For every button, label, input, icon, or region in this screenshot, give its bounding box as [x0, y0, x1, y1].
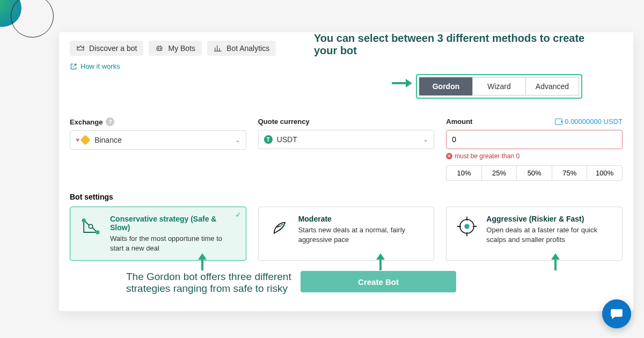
strategy-title: Moderate: [298, 215, 426, 223]
conservative-icon: [79, 215, 103, 238]
annotation-arrow-up-icon: [553, 253, 558, 269]
create-bot-button[interactable]: Create Bot: [301, 271, 456, 292]
exchange-select[interactable]: ♥ Binance ⌄: [70, 130, 246, 150]
annotation-arrow-up-icon: [200, 253, 205, 269]
chat-icon: [610, 307, 624, 321]
strategy-desc: Waits for the most opportune time to sta…: [110, 234, 237, 253]
exchange-label: Exchange ?: [70, 117, 246, 126]
annotation-arrow-right-icon: [392, 80, 412, 86]
bot-settings-heading: Bot settings: [70, 193, 623, 201]
segment-gordon[interactable]: Gordon: [419, 77, 473, 95]
error-icon: ✕: [446, 153, 452, 159]
svg-point-6: [281, 224, 283, 226]
binance-icon: [80, 135, 91, 145]
field-exchange: Exchange ? ♥ Binance ⌄: [70, 117, 246, 181]
wallet-icon: [555, 119, 562, 125]
how-it-works-label: How it works: [80, 62, 120, 70]
balance-display[interactable]: 0.00000000 USDT: [555, 117, 623, 126]
chat-fab[interactable]: [602, 299, 631, 328]
decor-circle: [11, 0, 54, 38]
external-link-icon: [70, 63, 77, 70]
amount-label: Amount: [446, 117, 472, 126]
nav-discover-bot[interactable]: Discover a bot: [70, 41, 143, 56]
amount-input[interactable]: [452, 135, 617, 144]
pct-75[interactable]: 75%: [552, 165, 588, 181]
pct-50[interactable]: 50%: [516, 165, 552, 181]
callout-strategies: The Gordon bot offers three different st…: [126, 271, 330, 295]
callout-methods: You can select between 3 different metho…: [314, 32, 590, 57]
chevron-down-icon: ⌄: [235, 136, 240, 144]
strategy-title: Conservative strategy (Safe & Slow): [110, 215, 237, 232]
chevron-down-icon: ⌄: [423, 136, 428, 143]
svg-point-1: [158, 48, 159, 49]
segment-wizard[interactable]: Wizard: [472, 77, 526, 95]
chart-icon: [214, 44, 222, 53]
usdt-icon: T: [264, 135, 273, 144]
nav-analytics-label: Bot Analytics: [226, 44, 269, 53]
strategy-desc: Starts new deals at a normal, fairly agg…: [298, 225, 426, 244]
amount-error: ✕ must be greater than 0: [446, 152, 623, 160]
svg-point-2: [160, 48, 161, 49]
strategy-title: Aggressive (Riskier & Fast): [486, 215, 613, 223]
nav-my-bots[interactable]: My Bots: [149, 41, 202, 56]
quote-label: Quote currency: [258, 117, 435, 126]
annotation-arrow-up-icon: [378, 253, 383, 269]
pct-10[interactable]: 10%: [446, 165, 482, 181]
aggressive-icon: [455, 215, 479, 238]
check-icon: ✓: [235, 210, 241, 219]
nav-discover-label: Discover a bot: [89, 44, 137, 53]
how-it-works-link[interactable]: How it works: [70, 62, 623, 70]
method-segmented-control: Gordon Wizard Advanced: [416, 74, 582, 99]
pct-100[interactable]: 100%: [587, 165, 623, 181]
svg-point-8: [465, 224, 470, 229]
moderate-icon: [267, 215, 291, 238]
amount-percent-row: 10% 25% 50% 75% 100%: [446, 165, 623, 181]
nav-bot-analytics[interactable]: Bot Analytics: [207, 41, 276, 56]
quote-value: USDT: [277, 135, 297, 144]
strategy-aggressive[interactable]: Aggressive (Riskier & Fast) Open deals a…: [446, 207, 623, 261]
field-quote-currency: Quote currency T USDT ⌄: [258, 117, 435, 181]
heart-icon: ♥: [76, 136, 79, 144]
quote-select[interactable]: T USDT ⌄: [258, 130, 435, 149]
strategy-moderate[interactable]: Moderate Starts new deals at a normal, f…: [258, 207, 435, 261]
amount-input-wrap: [446, 130, 623, 149]
nav-mybots-label: My Bots: [168, 44, 195, 53]
pct-25[interactable]: 25%: [481, 165, 517, 181]
strategy-conservative[interactable]: ✓ Conservative strategy (Safe & Slow) Wa…: [70, 207, 246, 261]
exchange-value: Binance: [94, 136, 122, 144]
segment-advanced[interactable]: Advanced: [525, 77, 579, 95]
strategy-desc: Open deals at a faster rate for quick sc…: [486, 225, 613, 244]
field-amount: Amount 0.00000000 USDT ✕ must be greater…: [446, 117, 623, 181]
help-icon[interactable]: ?: [106, 117, 114, 126]
crown-icon: [76, 44, 85, 53]
robot-icon: [155, 44, 164, 53]
